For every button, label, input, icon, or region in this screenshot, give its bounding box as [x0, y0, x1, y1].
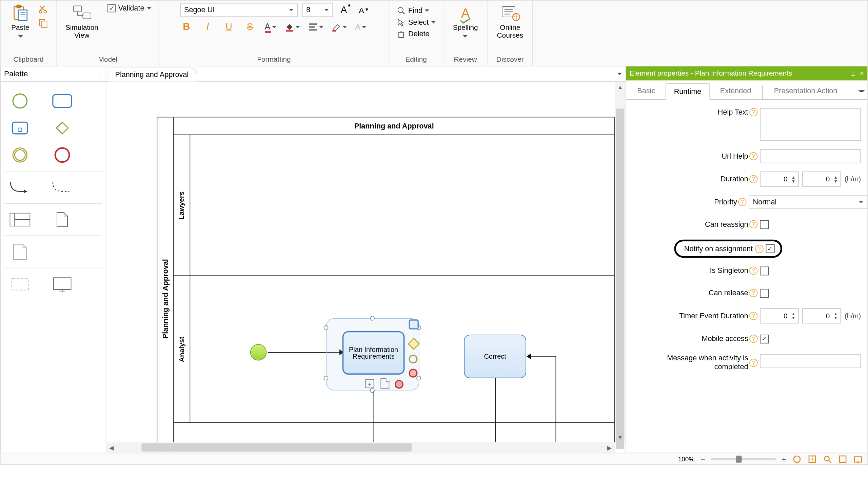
- zoom-slider[interactable]: [711, 458, 776, 460]
- zoom-in-button[interactable]: +: [782, 454, 786, 464]
- underline-button[interactable]: U: [222, 21, 235, 34]
- validate-button[interactable]: Validate: [105, 3, 154, 14]
- font-color-button[interactable]: A: [264, 21, 276, 33]
- attach-end2-icon[interactable]: [395, 380, 405, 390]
- attach-task-icon[interactable]: [409, 319, 419, 329]
- find-button[interactable]: Find: [396, 5, 436, 16]
- doc-tab[interactable]: Planning and Approval: [108, 67, 197, 82]
- bold-button[interactable]: B: [180, 21, 193, 34]
- tab-extended[interactable]: Extended: [711, 83, 760, 99]
- start-event[interactable]: [250, 344, 267, 360]
- attach-expand-icon[interactable]: +: [365, 379, 375, 389]
- singleton-checkbox[interactable]: [760, 266, 769, 275]
- scroll-up-icon[interactable]: ▲: [615, 82, 625, 92]
- sequence-flow[interactable]: [556, 356, 556, 423]
- decrease-font-button[interactable]: A▼: [355, 3, 368, 16]
- palette-sequence-flow[interactable]: [9, 180, 31, 195]
- scroll-thumb[interactable]: [616, 108, 624, 449]
- help-icon[interactable]: ?: [749, 289, 757, 297]
- help-icon[interactable]: ?: [749, 220, 757, 228]
- palette-data-object[interactable]: [51, 212, 74, 227]
- msg-complete-input[interactable]: [760, 354, 861, 368]
- clear-format-button[interactable]: A: [355, 22, 367, 32]
- select-button[interactable]: Select: [396, 17, 436, 27]
- sequence-flow[interactable]: [527, 356, 556, 357]
- spelling-button[interactable]: A Spelling: [449, 3, 481, 41]
- view-mode-1[interactable]: [792, 454, 802, 464]
- scroll-down-icon[interactable]: ▼: [615, 432, 625, 442]
- strikethrough-button[interactable]: S: [243, 21, 256, 34]
- fill-color-button[interactable]: [284, 22, 300, 32]
- palette-intermediate-event[interactable]: [9, 147, 31, 163]
- attach-data-icon[interactable]: [380, 378, 390, 388]
- url-help-input[interactable]: [760, 149, 861, 163]
- help-icon[interactable]: ?: [749, 312, 757, 320]
- view-mode-5[interactable]: [853, 454, 863, 464]
- lane-analyst[interactable]: Analyst: [174, 276, 614, 423]
- selection-handle[interactable]: [323, 376, 328, 381]
- notify-checkbox[interactable]: [766, 244, 774, 253]
- canvas-viewport[interactable]: Planning and Approval Planning and Appro…: [106, 82, 626, 453]
- palette-gateway[interactable]: [51, 120, 74, 136]
- selection-handle[interactable]: [370, 316, 375, 321]
- tab-runtime[interactable]: Runtime: [665, 83, 710, 100]
- help-icon[interactable]: ?: [738, 198, 746, 206]
- increase-font-button[interactable]: A▲: [337, 3, 350, 16]
- vertical-scrollbar[interactable]: ▲ ▼: [615, 82, 625, 442]
- view-mode-2[interactable]: [808, 454, 817, 464]
- help-icon[interactable]: ?: [749, 359, 757, 367]
- cut-button[interactable]: [37, 3, 50, 16]
- palette-image[interactable]: [51, 277, 74, 292]
- attach-end-icon[interactable]: [409, 369, 419, 379]
- help-icon[interactable]: ?: [749, 266, 757, 275]
- timer-hours-input[interactable]: 0▲▼: [760, 308, 798, 323]
- duration-hours-input[interactable]: 0▲▼: [760, 172, 798, 187]
- palette-association[interactable]: [51, 180, 74, 195]
- copy-button[interactable]: [37, 17, 50, 30]
- close-icon[interactable]: ×: [860, 69, 864, 77]
- palette-start-event[interactable]: [9, 93, 31, 108]
- tab-presentation-action[interactable]: Presentation Action: [765, 83, 846, 99]
- tab-basic[interactable]: Basic: [628, 83, 664, 99]
- font-size-select[interactable]: 8: [302, 3, 333, 17]
- palette-subprocess[interactable]: [9, 120, 31, 136]
- sequence-flow[interactable]: [495, 378, 496, 423]
- help-icon[interactable]: ?: [749, 108, 757, 116]
- priority-select[interactable]: Normal: [749, 195, 867, 209]
- attach-gateway-icon[interactable]: [409, 339, 419, 349]
- simulation-view-button[interactable]: Simulation View: [62, 3, 102, 41]
- selection-handle[interactable]: [323, 325, 328, 330]
- pin-icon[interactable]: ⟂: [98, 69, 102, 78]
- duration-mins-input[interactable]: 0▲▼: [802, 172, 841, 187]
- palette-group[interactable]: [9, 277, 31, 292]
- view-mode-4[interactable]: [838, 454, 848, 464]
- pin-icon[interactable]: ⟂: [851, 69, 855, 77]
- font-family-select[interactable]: Segoe UI: [180, 3, 297, 17]
- slider-knob[interactable]: [736, 455, 742, 462]
- lane-lawyers[interactable]: Lawyers: [174, 135, 614, 276]
- mobile-checkbox[interactable]: [760, 334, 769, 343]
- help-text-input[interactable]: [760, 108, 861, 141]
- highlight-button[interactable]: [332, 22, 347, 32]
- help-icon[interactable]: ?: [749, 152, 757, 160]
- delete-button[interactable]: Delete: [396, 29, 436, 39]
- scroll-right-icon[interactable]: ▶: [604, 442, 615, 453]
- palette-annotation[interactable]: [9, 244, 31, 260]
- task-correct[interactable]: Correct: [464, 335, 526, 378]
- scroll-thumb[interactable]: [141, 443, 412, 452]
- horizontal-scrollbar[interactable]: ◀ ▶: [106, 442, 615, 453]
- bpmn-pool[interactable]: Planning and Approval Planning and Appro…: [157, 117, 615, 453]
- italic-button[interactable]: I: [201, 21, 214, 34]
- palette-pool[interactable]: [9, 212, 31, 227]
- zoom-out-button[interactable]: −: [701, 454, 705, 464]
- align-button[interactable]: [308, 23, 323, 31]
- online-courses-button[interactable]: Online Courses: [493, 3, 527, 41]
- attach-intermediate-icon[interactable]: [409, 355, 419, 364]
- can-reassign-checkbox[interactable]: [760, 220, 769, 229]
- sequence-flow[interactable]: [374, 391, 374, 423]
- can-release-checkbox[interactable]: [760, 288, 769, 297]
- help-icon[interactable]: ?: [749, 175, 757, 183]
- palette-task[interactable]: [51, 93, 74, 108]
- help-icon[interactable]: ?: [755, 244, 763, 253]
- palette-end-event[interactable]: [51, 147, 74, 163]
